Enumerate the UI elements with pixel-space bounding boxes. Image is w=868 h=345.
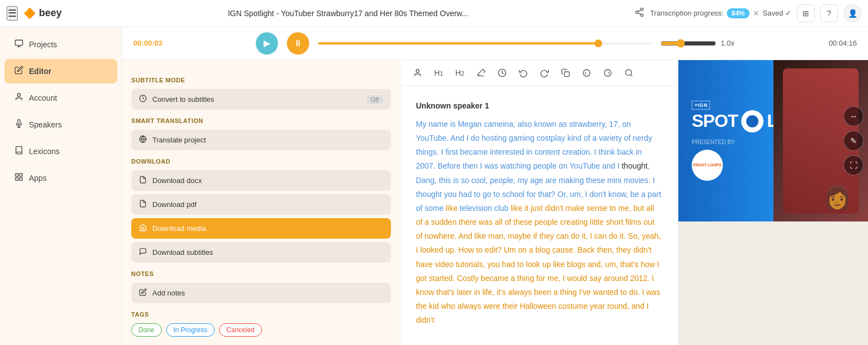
video-container: +IGN SPOT LIGHT PRESENTED BY xyxy=(678,60,868,221)
content-row: SUBTITLE MODE Convert to subtitles Off S… xyxy=(122,60,868,345)
text-segment-6: like xyxy=(446,204,458,213)
progress-bar-fill xyxy=(318,42,598,45)
eraser-tool-button[interactable] xyxy=(473,65,489,81)
smart-translation-title: SMART TRANSLATION xyxy=(131,117,391,124)
sidebar-item-editor-label: Editor xyxy=(29,67,51,76)
copy-tool-button[interactable] xyxy=(557,65,574,81)
text-segment-8: like it just didn't make sense to me, bu… xyxy=(416,204,661,325)
user-avatar-button[interactable]: 👤 xyxy=(844,4,861,22)
sidebar-item-projects[interactable]: Projects xyxy=(4,32,117,57)
svg-point-21 xyxy=(583,70,590,76)
sidebar-item-speakers[interactable]: Speakers xyxy=(4,112,117,137)
sidebar-item-editor[interactable]: Editor xyxy=(4,59,117,83)
speed-label: 1.0x xyxy=(721,39,735,47)
download-subtitles-button[interactable]: Download subtitles xyxy=(131,242,391,263)
add-notes-label: Add notes xyxy=(152,289,185,297)
sidebar-item-account-label: Account xyxy=(29,93,57,102)
sidebar: Projects Editor Account Speakers Lexicon… xyxy=(0,27,122,345)
spotlight-text: SPOT xyxy=(692,111,738,131)
download-media-button[interactable]: Download media xyxy=(131,218,391,239)
share-button[interactable] xyxy=(634,7,644,19)
grid-icon-button[interactable]: ⊞ xyxy=(797,4,815,22)
logo: 🔶 beey xyxy=(23,7,62,19)
logo-text: beey xyxy=(39,7,62,19)
saved-status: Saved ✓ xyxy=(763,9,791,17)
timer-tool-button[interactable] xyxy=(494,65,510,81)
speed-slider[interactable] xyxy=(661,39,716,48)
svg-point-2 xyxy=(641,14,643,17)
project-title[interactable] xyxy=(67,9,629,18)
tags-row: Done In Progress Canceled xyxy=(131,323,391,337)
main-layout: Projects Editor Account Speakers Lexicon… xyxy=(0,27,868,345)
sidebar-item-apps-label: Apps xyxy=(29,174,47,183)
speaker-label: Unknown speaker 1 xyxy=(416,100,662,113)
convert-subtitles-label: Convert to subtitles xyxy=(152,95,214,103)
text-editor-panel: H1 H2 xyxy=(400,60,678,345)
subtitles-icon xyxy=(139,248,147,257)
convert-subtitles-button[interactable]: Convert to subtitles Off xyxy=(131,89,391,110)
editor-icon xyxy=(14,66,23,77)
download-pdf-button[interactable]: Download pdf xyxy=(131,194,391,215)
apps-icon xyxy=(14,172,23,184)
speed-control: 1.0x xyxy=(661,39,735,48)
lexicons-icon xyxy=(14,146,23,157)
svg-line-3 xyxy=(638,13,641,14)
text-editor[interactable]: Unknown speaker 1 My name is Megan camei… xyxy=(400,86,678,345)
loop-back-button[interactable] xyxy=(515,65,532,81)
download-subtitles-label: Download subtitles xyxy=(152,248,213,257)
subtitle-mode-toggle: Off xyxy=(366,95,383,104)
h2-tool-button[interactable]: H2 xyxy=(452,65,468,81)
sidebar-item-lexicons[interactable]: Lexicons xyxy=(4,139,117,164)
add-notes-button[interactable]: Add notes xyxy=(131,283,391,303)
sidebar-item-lexicons-label: Lexicons xyxy=(29,147,59,156)
help-button[interactable]: ? xyxy=(820,4,838,22)
time-total: 00:04:16 xyxy=(818,39,857,47)
translate-project-button[interactable]: Translate project xyxy=(131,130,391,150)
h1-tool-button[interactable]: H1 xyxy=(430,65,447,81)
video-expand-button[interactable]: ↔ xyxy=(844,106,864,126)
convert-icon xyxy=(139,95,147,104)
video-fullscreen-button[interactable]: ⛶ xyxy=(844,155,864,175)
media-icon xyxy=(139,224,147,233)
progress-badge: 84% xyxy=(727,8,749,18)
topbar: ☰ 🔶 beey Transcription progress: 84% ✕ S… xyxy=(0,0,868,27)
sidebar-item-apps[interactable]: Apps xyxy=(4,166,117,190)
download-title: DOWNLOAD xyxy=(131,158,391,165)
svg-point-1 xyxy=(636,11,638,13)
editor-panels: H1 H2 xyxy=(400,60,868,345)
progress-bar[interactable] xyxy=(318,42,652,45)
account-icon xyxy=(14,92,23,103)
notes-icon xyxy=(139,288,147,298)
play-button[interactable]: ▶ xyxy=(256,32,278,55)
tag-in-progress[interactable]: In Progress xyxy=(166,323,215,337)
logo-icon: 🔶 xyxy=(23,7,36,19)
text-segment-4: thought xyxy=(622,161,648,170)
bracket-left-button[interactable] xyxy=(578,65,595,81)
tags-title: TAGS xyxy=(131,311,391,318)
download-docx-button[interactable]: Download docx xyxy=(131,170,391,191)
video-edit-button[interactable]: ✎ xyxy=(844,131,864,151)
editor-text-content[interactable]: My name is Megan cameina, also known as … xyxy=(416,117,662,328)
svg-point-23 xyxy=(604,70,611,76)
presented-by-label: PRESENTED BY xyxy=(692,139,735,145)
pause-button[interactable]: ⏸ xyxy=(287,32,309,55)
timeline-track: ▶ ⏸ 1.0x xyxy=(181,32,809,55)
svg-point-18 xyxy=(416,70,419,72)
speaker-tool-button[interactable] xyxy=(409,65,426,81)
search-tool-button[interactable] xyxy=(621,65,637,81)
speakers-icon xyxy=(14,119,23,130)
tag-done[interactable]: Done xyxy=(131,323,162,337)
menu-button[interactable]: ☰ xyxy=(7,6,18,21)
tag-canceled[interactable]: Canceled xyxy=(219,323,262,337)
text-segment-3: I first became interested in content cre… xyxy=(416,147,642,170)
progress-thumb xyxy=(594,40,602,47)
timeline-bar: 00:00:03 ▶ ⏸ 1.0x 00:04:16 xyxy=(122,27,868,60)
loop-fwd-button[interactable] xyxy=(536,65,553,81)
bracket-right-button[interactable] xyxy=(599,65,616,81)
close-progress[interactable]: ✕ xyxy=(753,9,760,18)
projects-icon xyxy=(14,39,23,50)
brand-label: FROOT LOOPS xyxy=(693,163,722,167)
svg-rect-5 xyxy=(15,40,22,45)
sidebar-item-account[interactable]: Account xyxy=(4,86,117,110)
svg-rect-14 xyxy=(19,178,22,180)
